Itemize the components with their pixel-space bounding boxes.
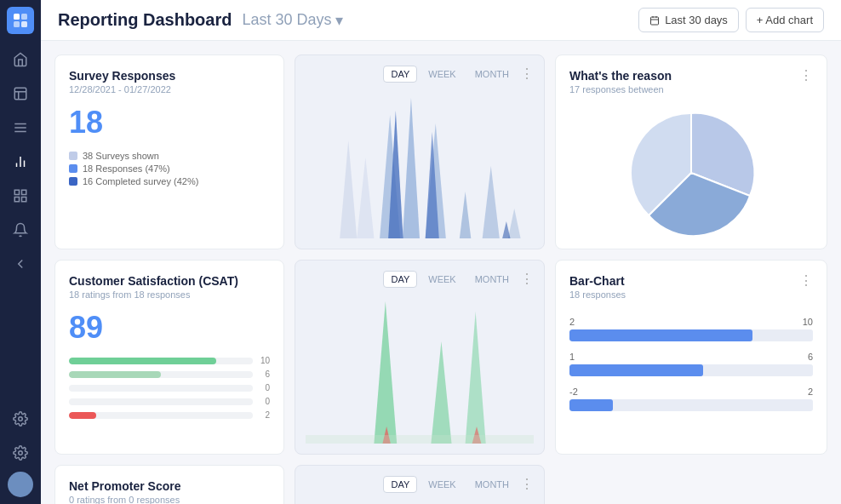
- svg-rect-1: [21, 14, 27, 20]
- tab-week-nps[interactable]: WEEK: [420, 476, 463, 493]
- bar-row-2-track: [569, 364, 813, 376]
- survey-chart-tabs: DAY WEEK MONTH ⋮: [306, 66, 534, 83]
- bar-row-3-fill: [569, 399, 613, 411]
- tab-day-nps[interactable]: DAY: [383, 476, 417, 493]
- survey-legend: 38 Surveys shown 18 Responses (47%) 16 C…: [69, 151, 270, 186]
- reason-menu[interactable]: ⋮: [799, 69, 813, 83]
- csat-bar-label-3: 0: [258, 383, 270, 392]
- survey-chart-menu[interactable]: ⋮: [520, 67, 534, 81]
- csat-title: Customer Satisfaction (CSAT): [69, 274, 238, 288]
- last-30-days-button[interactable]: Last 30 days: [638, 8, 739, 32]
- svg-point-18: [19, 451, 23, 455]
- period-selector[interactable]: Last 30 Days ▾: [242, 11, 342, 30]
- reason-title: What's the reason: [569, 69, 672, 83]
- bar-row-1: 2 10: [569, 317, 813, 341]
- bar-chart-subtitle: 18 responses: [569, 289, 626, 300]
- nps-chart-svg: [306, 500, 534, 504]
- survey-chart-area: [306, 89, 534, 238]
- sidebar-item-settings2[interactable]: [5, 438, 36, 468]
- bar-chart-card: Bar-Chart 18 responses ⋮ 2 10: [555, 260, 827, 455]
- svg-marker-39: [306, 435, 534, 444]
- tab-week-csat[interactable]: WEEK: [420, 271, 463, 288]
- sidebar-item-notifications[interactable]: [5, 215, 36, 245]
- survey-responses-chart-card: DAY WEEK MONTH ⋮: [295, 54, 545, 249]
- tab-day-csat[interactable]: DAY: [383, 271, 417, 288]
- bar-row-1-label: 2: [569, 317, 575, 327]
- svg-rect-2: [14, 21, 20, 27]
- survey-responses-date: 12/28/2021 - 01/27/2022: [69, 84, 175, 94]
- csat-bar-label-4: 0: [258, 397, 270, 406]
- csat-header: Customer Satisfaction (CSAT) 18 ratings …: [69, 274, 270, 310]
- sidebar-item-settings1[interactable]: [5, 404, 36, 434]
- tab-week-survey[interactable]: WEEK: [420, 66, 463, 83]
- csat-title-group: Customer Satisfaction (CSAT) 18 ratings …: [69, 274, 238, 310]
- tab-month-survey[interactable]: MONTH: [467, 66, 517, 83]
- bar-row-2-label: 1: [569, 352, 575, 362]
- csat-chart-area: [306, 295, 534, 444]
- add-chart-label: + Add chart: [757, 14, 813, 26]
- bar-row-3-label: -2: [569, 387, 578, 397]
- csat-bar-row-4: 0: [69, 397, 270, 406]
- nps-chart-area: [306, 500, 534, 504]
- svg-marker-24: [357, 158, 374, 238]
- csat-bar-label-5: 2: [258, 410, 270, 420]
- csat-bars: 10 6 0 0: [69, 356, 270, 420]
- tab-day-survey[interactable]: DAY: [383, 66, 417, 83]
- csat-info-card: Customer Satisfaction (CSAT) 18 ratings …: [54, 260, 284, 455]
- csat-bar-row-1: 10: [69, 356, 270, 365]
- sidebar-item-reports[interactable]: [5, 78, 36, 109]
- pie-chart-svg: [623, 105, 759, 241]
- nps-title-group: Net Promoter Score 0 ratings from 0 resp…: [69, 479, 180, 504]
- svg-rect-16: [14, 198, 19, 202]
- legend-dot-completed: [69, 177, 77, 186]
- svg-marker-34: [374, 301, 397, 444]
- sidebar-item-back[interactable]: [5, 249, 36, 279]
- add-chart-button[interactable]: + Add chart: [746, 8, 824, 32]
- csat-chart-menu[interactable]: ⋮: [520, 272, 534, 286]
- tab-month-nps[interactable]: MONTH: [467, 476, 517, 493]
- legend-dot-surveys: [69, 152, 77, 160]
- csat-bar-row-5: 2: [69, 410, 270, 420]
- last-30-days-label: Last 30 days: [665, 14, 728, 26]
- sidebar-item-home[interactable]: [5, 44, 36, 75]
- svg-rect-13: [14, 190, 19, 194]
- svg-rect-14: [22, 190, 26, 194]
- csat-bar-track-2: [69, 371, 253, 378]
- reason-title-group: What's the reason 17 responses between: [569, 69, 672, 105]
- reason-subtitle: 17 responses between: [569, 84, 672, 94]
- sidebar-item-grid[interactable]: [5, 180, 36, 211]
- bar-row-1-header: 2 10: [569, 317, 813, 327]
- svg-rect-0: [14, 14, 20, 20]
- csat-subtitle: 18 ratings from 18 responses: [69, 289, 238, 300]
- bar-row-1-track: [569, 329, 813, 341]
- page-title: Reporting Dashboard: [58, 10, 232, 30]
- csat-bar-track-1: [69, 358, 253, 364]
- bar-row-2-value: 6: [808, 352, 813, 362]
- svg-point-17: [19, 417, 23, 421]
- csat-bar-fill-1: [69, 358, 216, 364]
- bar-row-2: 1 6: [569, 352, 813, 376]
- svg-rect-3: [21, 21, 27, 27]
- bar-row-1-fill: [569, 329, 752, 341]
- nps-subtitle: 0 ratings from 0 responses: [69, 495, 180, 504]
- sidebar-item-analytics[interactable]: [5, 146, 36, 177]
- nps-title: Net Promoter Score: [69, 479, 180, 493]
- chevron-down-icon: ▾: [335, 11, 343, 30]
- bar-chart-menu[interactable]: ⋮: [799, 274, 813, 288]
- csat-chart-svg: [306, 295, 534, 444]
- svg-marker-37: [466, 312, 486, 444]
- svg-marker-35: [431, 341, 451, 444]
- nps-chart-menu[interactable]: ⋮: [520, 478, 534, 491]
- sidebar-item-menu[interactable]: [5, 112, 36, 143]
- avatar[interactable]: [8, 472, 33, 497]
- svg-rect-4: [14, 88, 26, 100]
- tab-month-csat[interactable]: MONTH: [467, 271, 517, 288]
- survey-responses-title: Survey Responses: [69, 69, 175, 83]
- survey-responses-info-card: Survey Responses 12/28/2021 - 01/27/2022…: [54, 54, 284, 249]
- svg-marker-30: [508, 209, 521, 238]
- whats-the-reason-card: What's the reason 17 responses between ⋮: [555, 54, 827, 249]
- nps-info-card: Net Promoter Score 0 ratings from 0 resp…: [54, 465, 284, 504]
- bar-chart-title: Bar-Chart: [569, 274, 626, 288]
- legend-dot-responses: [69, 164, 77, 173]
- csat-bar-track-4: [69, 398, 253, 405]
